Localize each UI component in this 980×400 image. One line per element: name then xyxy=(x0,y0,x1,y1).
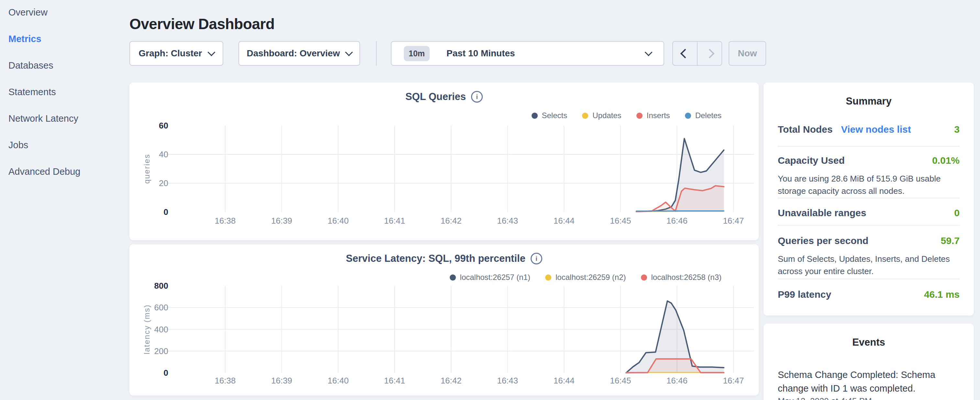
app-root: Overview Metrics Databases Statements Ne… xyxy=(0,0,980,400)
summary-row-capacity-used: Capacity Used 0.01% xyxy=(778,155,959,166)
svg-text:16:44: 16:44 xyxy=(554,376,574,386)
chevron-left-icon xyxy=(680,49,690,58)
service-latency-plot[interactable]: 16:3816:3916:4016:4116:4216:4316:4416:45… xyxy=(129,244,759,395)
time-range-dropdown[interactable]: 10m Past 10 Minutes xyxy=(391,41,664,66)
svg-text:16:47: 16:47 xyxy=(723,216,744,226)
svg-text:16:38: 16:38 xyxy=(215,216,235,226)
svg-text:16:38: 16:38 xyxy=(215,376,235,386)
time-range-label: Past 10 Minutes xyxy=(447,48,639,59)
svg-text:16:47: 16:47 xyxy=(723,376,744,386)
view-nodes-list-link[interactable]: View nodes list xyxy=(841,124,911,135)
svg-text:16:39: 16:39 xyxy=(271,376,292,386)
summary-row-description: You are using 28.6 MiB of 515.9 GiB usab… xyxy=(778,172,959,197)
summary-row-value: 0.01% xyxy=(932,155,959,166)
svg-text:400: 400 xyxy=(154,325,168,334)
svg-text:16:46: 16:46 xyxy=(667,216,687,226)
page-title: Overview Dashboard xyxy=(129,15,275,33)
summary-row-label: P99 latency xyxy=(778,289,831,300)
svg-text:latency (ms): latency (ms) xyxy=(142,304,151,354)
svg-text:16:42: 16:42 xyxy=(441,376,462,386)
summary-row-description: Sum of Selects, Updates, Inserts, and De… xyxy=(778,253,959,277)
time-range-badge: 10m xyxy=(404,46,430,61)
sidebar-item-jobs[interactable]: Jobs xyxy=(8,139,129,151)
svg-text:16:43: 16:43 xyxy=(497,216,518,226)
chevron-down-icon xyxy=(644,48,652,56)
svg-text:16:45: 16:45 xyxy=(610,216,631,226)
row-divider xyxy=(778,225,959,226)
event-timestamp: May 13, 2020 at 4:45 PM xyxy=(778,396,959,400)
summary-row-label: Total Nodes xyxy=(778,124,832,135)
svg-text:16:41: 16:41 xyxy=(384,376,405,386)
svg-text:800: 800 xyxy=(154,281,168,291)
svg-text:16:40: 16:40 xyxy=(328,216,349,226)
summary-row-value: 46.1 ms xyxy=(924,289,959,300)
svg-text:16:43: 16:43 xyxy=(497,376,518,386)
summary-row-label: Queries per second xyxy=(778,235,869,246)
svg-text:16:40: 16:40 xyxy=(328,376,349,386)
graph-scope-dropdown[interactable]: Graph: Cluster xyxy=(129,41,223,66)
time-step-button-group xyxy=(672,41,722,66)
sql-queries-chart-card: SQL Queries i SelectsUpdatesInsertsDelet… xyxy=(129,83,759,240)
time-step-back-button[interactable] xyxy=(673,42,697,65)
summary-row-value: 0 xyxy=(954,207,959,218)
summary-row-total-nodes: Total Nodes View nodes list 3 xyxy=(778,124,959,135)
svg-text:200: 200 xyxy=(154,346,168,356)
row-divider xyxy=(778,279,959,279)
svg-text:16:46: 16:46 xyxy=(667,376,687,386)
sidebar: Overview Metrics Databases Statements Ne… xyxy=(0,0,129,192)
chevron-down-icon xyxy=(345,48,353,56)
svg-text:queries: queries xyxy=(142,154,151,184)
summary-row-queries-per-second: Queries per second 59.7 xyxy=(778,235,959,246)
service-latency-chart-card: Service Latency: SQL, 99th percentile i … xyxy=(129,244,759,395)
sidebar-item-overview[interactable]: Overview xyxy=(8,6,129,18)
svg-text:60: 60 xyxy=(159,121,168,131)
summary-panel: Summary Total Nodes View nodes list 3 Ca… xyxy=(764,83,974,316)
row-divider xyxy=(778,146,959,147)
svg-text:0: 0 xyxy=(164,207,168,217)
events-panel: Events Schema Change Completed: Schema c… xyxy=(764,324,974,400)
sql-queries-plot[interactable]: 16:3816:3916:4016:4116:4216:4316:4416:45… xyxy=(129,83,759,240)
svg-text:16:42: 16:42 xyxy=(441,216,462,226)
chevron-down-icon xyxy=(207,48,215,56)
summary-row-value: 3 xyxy=(954,124,959,135)
svg-text:16:44: 16:44 xyxy=(554,216,574,226)
svg-text:16:41: 16:41 xyxy=(384,216,405,226)
svg-text:0: 0 xyxy=(164,368,168,378)
sidebar-item-databases[interactable]: Databases xyxy=(8,59,129,71)
event-message[interactable]: Schema Change Completed: Schema change w… xyxy=(778,368,959,395)
chevron-right-icon xyxy=(705,49,714,58)
svg-text:600: 600 xyxy=(154,303,168,312)
summary-row-label: Unavailable ranges xyxy=(778,207,866,218)
summary-row-p99-latency: P99 latency 46.1 ms xyxy=(778,289,959,300)
dashboard-dropdown[interactable]: Dashboard: Overview xyxy=(239,41,360,66)
events-title: Events xyxy=(764,336,974,348)
svg-text:16:39: 16:39 xyxy=(271,216,292,226)
time-step-forward-button[interactable] xyxy=(698,42,721,65)
sidebar-item-metrics[interactable]: Metrics xyxy=(8,33,129,45)
summary-row-value: 59.7 xyxy=(941,235,959,246)
svg-text:16:45: 16:45 xyxy=(610,376,631,386)
summary-row-unavailable-ranges: Unavailable ranges 0 xyxy=(778,207,959,218)
sidebar-item-statements[interactable]: Statements xyxy=(8,86,129,98)
sidebar-item-network-latency[interactable]: Network Latency xyxy=(8,113,129,124)
graph-scope-dropdown-label: Graph: Cluster xyxy=(138,48,202,59)
row-divider xyxy=(778,198,959,198)
svg-text:40: 40 xyxy=(159,150,168,159)
svg-text:20: 20 xyxy=(159,178,168,188)
sidebar-item-advanced-debug[interactable]: Advanced Debug xyxy=(8,166,129,177)
dashboard-dropdown-label: Dashboard: Overview xyxy=(247,48,340,59)
toolbar-divider xyxy=(376,41,377,66)
now-button[interactable]: Now xyxy=(729,41,766,66)
summary-row-label: Capacity Used xyxy=(778,155,845,166)
summary-title: Summary xyxy=(764,96,974,107)
